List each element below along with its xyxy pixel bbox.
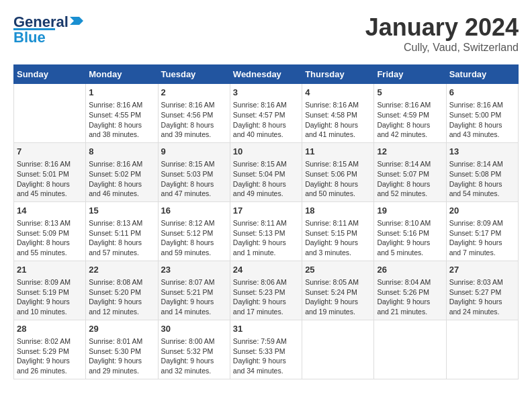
- cell-text: Sunrise: 8:16 AM: [89, 159, 154, 169]
- cell-text: Sunset: 5:27 PM: [449, 287, 515, 298]
- cell-text: Sunrise: 8:15 AM: [161, 159, 227, 169]
- cell-text: Daylight: 9 hours: [233, 297, 299, 307]
- day-number: 1: [89, 87, 154, 99]
- cell-text: and 24 minutes.: [449, 307, 515, 317]
- calendar-cell: 26Sunrise: 8:04 AMSunset: 5:26 PMDayligh…: [374, 261, 446, 320]
- calendar-cell: 3Sunrise: 8:16 AMSunset: 4:57 PMDaylight…: [230, 84, 302, 143]
- cell-text: and 40 minutes.: [233, 130, 299, 140]
- svg-marker-0: [70, 17, 83, 25]
- calendar-cell: 31Sunrise: 7:59 AMSunset: 5:33 PMDayligh…: [230, 320, 302, 379]
- cell-text: and 52 minutes.: [377, 189, 443, 199]
- cell-text: Sunrise: 8:05 AM: [305, 277, 371, 287]
- cell-text: and 17 minutes.: [233, 307, 299, 317]
- day-number: 17: [233, 205, 299, 217]
- cell-text: Sunrise: 8:03 AM: [449, 277, 515, 287]
- day-number: 10: [233, 146, 299, 158]
- calendar-title-block: January 2024 Cully, Vaud, Switzerland: [365, 13, 519, 54]
- cell-text: Daylight: 9 hours: [17, 297, 83, 307]
- cell-text: Sunset: 5:16 PM: [377, 228, 443, 238]
- cell-text: and 45 minutes.: [17, 189, 83, 199]
- calendar-cell: [14, 84, 86, 143]
- calendar-cell: 24Sunrise: 8:06 AMSunset: 5:23 PMDayligh…: [230, 261, 302, 320]
- cell-text: and 50 minutes.: [305, 189, 371, 199]
- cell-text: Sunset: 5:24 PM: [305, 287, 371, 298]
- cell-text: Daylight: 8 hours: [161, 238, 227, 248]
- cell-text: Sunrise: 8:09 AM: [449, 218, 515, 228]
- cell-text: and 34 minutes.: [233, 366, 299, 376]
- cell-text: Sunrise: 8:09 AM: [17, 277, 83, 287]
- cell-text: Sunset: 5:06 PM: [305, 169, 371, 179]
- cell-text: Sunset: 5:12 PM: [161, 228, 227, 238]
- calendar-subtitle: Cully, Vaud, Switzerland: [365, 42, 519, 54]
- day-number: 12: [377, 146, 443, 158]
- day-number: 18: [305, 205, 371, 217]
- cell-text: Daylight: 9 hours: [161, 297, 227, 307]
- calendar-cell: 16Sunrise: 8:12 AMSunset: 5:12 PMDayligh…: [158, 201, 230, 261]
- cell-text: Daylight: 8 hours: [89, 238, 154, 248]
- cell-text: and 57 minutes.: [89, 248, 154, 258]
- logo-blue: Blue: [13, 29, 46, 46]
- cell-text: and 26 minutes.: [17, 366, 83, 376]
- cell-text: Sunrise: 8:11 AM: [305, 218, 371, 228]
- calendar-cell: 5Sunrise: 8:16 AMSunset: 4:59 PMDaylight…: [374, 84, 446, 143]
- cell-text: and 49 minutes.: [233, 189, 299, 199]
- calendar-cell: 23Sunrise: 8:07 AMSunset: 5:21 PMDayligh…: [158, 261, 230, 320]
- calendar-cell: 21Sunrise: 8:09 AMSunset: 5:19 PMDayligh…: [14, 261, 86, 320]
- cell-text: Sunrise: 8:14 AM: [449, 159, 515, 169]
- calendar-cell: [374, 320, 446, 379]
- day-number: 21: [17, 264, 83, 276]
- cell-text: Sunrise: 8:16 AM: [17, 159, 83, 169]
- day-number: 25: [305, 264, 371, 276]
- page-header: General Blue January 2024 Cully, Vaud, S…: [13, 13, 519, 54]
- cell-text: Daylight: 9 hours: [377, 297, 443, 307]
- cell-text: Sunset: 4:58 PM: [305, 110, 371, 120]
- cell-text: Sunset: 5:02 PM: [89, 169, 154, 179]
- cell-text: and 7 minutes.: [449, 248, 515, 258]
- cell-text: Daylight: 9 hours: [449, 297, 515, 307]
- cell-text: Daylight: 9 hours: [305, 238, 371, 248]
- weekday-header-tuesday: Tuesday: [158, 65, 230, 84]
- cell-text: and 32 minutes.: [161, 366, 227, 376]
- day-number: 13: [449, 146, 515, 158]
- cell-text: Sunrise: 8:01 AM: [89, 336, 154, 347]
- day-number: 11: [305, 146, 371, 158]
- calendar-cell: 1Sunrise: 8:16 AMSunset: 4:55 PMDaylight…: [86, 84, 158, 143]
- weekday-header-saturday: Saturday: [446, 65, 518, 84]
- calendar-cell: 18Sunrise: 8:11 AMSunset: 5:15 PMDayligh…: [302, 201, 374, 261]
- cell-text: Sunset: 5:04 PM: [233, 169, 299, 179]
- cell-text: and 10 minutes.: [17, 307, 83, 317]
- cell-text: and 59 minutes.: [161, 248, 227, 258]
- day-number: 14: [17, 205, 83, 217]
- cell-text: and 39 minutes.: [161, 130, 227, 140]
- cell-text: Sunset: 5:03 PM: [161, 169, 227, 179]
- cell-text: Sunset: 5:33 PM: [233, 347, 299, 357]
- calendar-week-row: 28Sunrise: 8:02 AMSunset: 5:29 PMDayligh…: [14, 320, 519, 379]
- cell-text: Daylight: 8 hours: [233, 179, 299, 189]
- calendar-cell: 11Sunrise: 8:15 AMSunset: 5:06 PMDayligh…: [302, 142, 374, 201]
- calendar-cell: 12Sunrise: 8:14 AMSunset: 5:07 PMDayligh…: [374, 142, 446, 201]
- cell-text: and 43 minutes.: [449, 130, 515, 140]
- cell-text: Daylight: 8 hours: [89, 179, 154, 189]
- day-number: 6: [449, 87, 515, 99]
- cell-text: Daylight: 9 hours: [161, 356, 227, 366]
- cell-text: and 12 minutes.: [89, 307, 154, 317]
- calendar-cell: 28Sunrise: 8:02 AMSunset: 5:29 PMDayligh…: [14, 320, 86, 379]
- cell-text: Sunset: 5:07 PM: [377, 169, 443, 179]
- cell-text: Daylight: 8 hours: [17, 238, 83, 248]
- cell-text: Sunset: 5:20 PM: [89, 287, 154, 298]
- day-number: 3: [233, 87, 299, 99]
- cell-text: Sunrise: 8:14 AM: [377, 159, 443, 169]
- cell-text: Daylight: 8 hours: [377, 120, 443, 130]
- calendar-cell: 27Sunrise: 8:03 AMSunset: 5:27 PMDayligh…: [446, 261, 518, 320]
- cell-text: Sunrise: 8:13 AM: [17, 218, 83, 228]
- cell-text: Sunset: 5:11 PM: [89, 228, 154, 238]
- cell-text: Sunset: 5:26 PM: [377, 287, 443, 298]
- cell-text: Sunset: 5:15 PM: [305, 228, 371, 238]
- calendar-cell: 4Sunrise: 8:16 AMSunset: 4:58 PMDaylight…: [302, 84, 374, 143]
- day-number: 19: [377, 205, 443, 217]
- calendar-table: SundayMondayTuesdayWednesdayThursdayFrid…: [13, 64, 519, 379]
- cell-text: Daylight: 9 hours: [449, 238, 515, 248]
- cell-text: Sunrise: 8:16 AM: [449, 100, 515, 110]
- cell-text: and 19 minutes.: [305, 307, 371, 317]
- cell-text: Sunset: 5:32 PM: [161, 347, 227, 357]
